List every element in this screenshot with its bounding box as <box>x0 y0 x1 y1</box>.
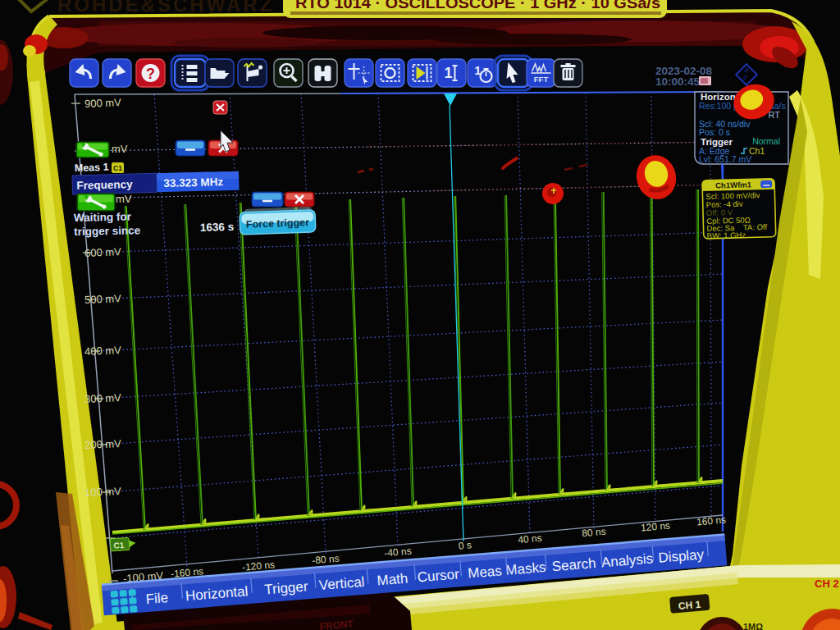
svg-text:1MΩ: 1MΩ <box>743 622 763 630</box>
svg-text:500 mV: 500 mV <box>84 292 122 306</box>
svg-text:CH 2: CH 2 <box>815 578 839 590</box>
svg-text:80 ns: 80 ns <box>582 526 606 540</box>
svg-text:FFT: FFT <box>534 75 549 84</box>
svg-text:RT: RT <box>769 110 781 120</box>
svg-text:400 mV: 400 mV <box>84 344 122 358</box>
svg-text:BW: 1 GHz: BW: 1 GHz <box>707 231 746 240</box>
svg-text:File: File <box>145 590 169 607</box>
svg-text:Pos: 0 s: Pos: 0 s <box>699 127 730 137</box>
svg-text:33.323 MHz: 33.323 MHz <box>163 176 223 189</box>
svg-text:ROHDE&SCHWARZ: ROHDE&SCHWARZ <box>57 0 274 16</box>
svg-text:CH 1: CH 1 <box>678 599 701 612</box>
svg-text:Meas 1: Meas 1 <box>75 162 109 174</box>
svg-text:FRONT: FRONT <box>319 618 354 630</box>
svg-text:Normal: Normal <box>752 136 780 146</box>
svg-text:Masks: Masks <box>505 559 546 578</box>
svg-text:900 mV: 900 mV <box>84 96 122 110</box>
svg-text:Lvl: 651.7 mV: Lvl: 651.7 mV <box>699 154 751 164</box>
svg-text:Frequency: Frequency <box>76 178 133 192</box>
svg-text:Meas: Meas <box>468 563 503 581</box>
svg-text:RTO 1014 · OSCILLOSCOPE · 1 GH: RTO 1014 · OSCILLOSCOPE · 1 GHz · 10 GSa… <box>295 0 660 11</box>
svg-text:200 mV: 200 mV <box>84 437 122 451</box>
svg-text:100 mV: 100 mV <box>84 485 122 499</box>
svg-text:?: ? <box>146 66 155 82</box>
svg-text:C1: C1 <box>113 164 122 172</box>
svg-text:300 mV: 300 mV <box>84 391 122 405</box>
svg-text:0 s: 0 s <box>458 539 472 551</box>
svg-text:C1: C1 <box>113 541 125 550</box>
svg-text:trigger since: trigger since <box>74 224 141 238</box>
svg-text:Math: Math <box>377 570 409 588</box>
svg-text:600 mV: 600 mV <box>84 245 122 259</box>
svg-text:Ch1Wfm1: Ch1Wfm1 <box>715 180 752 189</box>
svg-text:mV: mV <box>112 143 128 155</box>
svg-text:1: 1 <box>444 65 452 81</box>
svg-text:-40 ns: -40 ns <box>384 546 412 559</box>
svg-text:Waiting for: Waiting for <box>74 211 132 224</box>
svg-text:Force trigger: Force trigger <box>246 217 310 231</box>
svg-text:-80 ns: -80 ns <box>312 553 340 567</box>
svg-text:40 ns: 40 ns <box>518 532 542 546</box>
svg-text:10:00:45: 10:00:45 <box>655 75 701 88</box>
svg-text:1636 s: 1636 s <box>200 221 235 234</box>
svg-text:mV: mV <box>116 193 132 205</box>
